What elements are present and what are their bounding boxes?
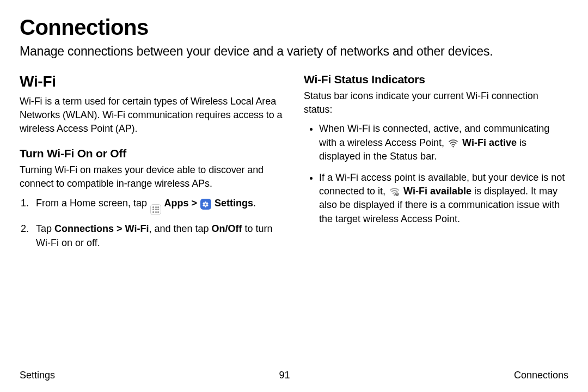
footer-page-number: 91 [279, 370, 290, 381]
wifi-indicators-heading: Wi-Fi Status Indicators [304, 73, 568, 86]
steps-list: From a Home screen, tap Apps > Settings.… [20, 196, 284, 250]
step-1: From a Home screen, tap Apps > Settings. [32, 196, 284, 215]
wifi-active-icon [448, 139, 458, 148]
wifi-heading: Wi-Fi [20, 73, 284, 90]
svg-point-1 [394, 194, 395, 196]
indicator-available: If a Wi-Fi access point is available, bu… [319, 171, 568, 226]
apps-icon [150, 204, 161, 215]
indicators-list: When Wi-Fi is connected, active, and com… [304, 122, 568, 225]
footer-right: Connections [514, 370, 568, 381]
wifi-indicators-description: Status bar icons indicate your current W… [304, 89, 568, 117]
page-title: Connections [20, 15, 568, 40]
wifi-available-icon: ? [389, 187, 400, 196]
indicator-active: When Wi-Fi is connected, active, and com… [319, 122, 568, 163]
wifi-description: Wi-Fi is a term used for certain types o… [20, 95, 284, 136]
content-columns: Wi-Fi Wi-Fi is a term used for certain t… [20, 73, 568, 256]
right-column: Wi-Fi Status Indicators Status bar icons… [304, 73, 568, 256]
svg-point-0 [452, 146, 454, 148]
page-intro: Manage connections between your device a… [20, 43, 568, 60]
svg-text:?: ? [396, 193, 398, 196]
step-2: Tap Connections > Wi-Fi, and then tap On… [32, 222, 284, 250]
settings-gear-icon [200, 199, 211, 210]
turn-wifi-heading: Turn Wi-Fi On or Off [20, 147, 284, 160]
page-footer: Settings 91 Connections [20, 370, 568, 381]
turn-wifi-description: Turning Wi-Fi on makes your device able … [20, 163, 284, 191]
footer-left: Settings [20, 370, 55, 381]
left-column: Wi-Fi Wi-Fi is a term used for certain t… [20, 73, 284, 256]
